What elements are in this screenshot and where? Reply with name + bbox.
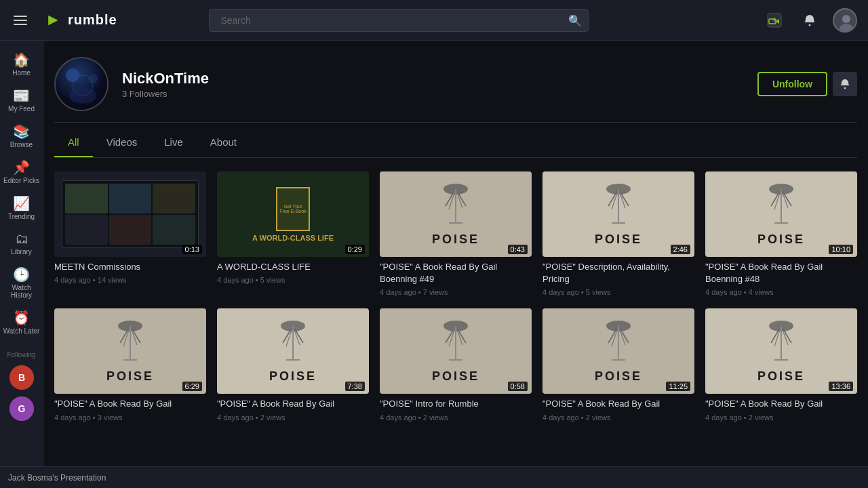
layout: 🏠 Home 📰 My Feed 📚 Browse 📌 Editor Picks… — [0, 41, 868, 488]
main-content: NickOnTime 3 Followers Unfollow All Vide… — [43, 41, 868, 488]
video-duration: 2:46 — [671, 245, 690, 254]
trending-icon: 📈 — [13, 195, 30, 211]
bell-icon-channel — [840, 79, 850, 89]
video-duration: 0:13 — [182, 245, 202, 254]
video-duration: 0:29 — [345, 245, 365, 254]
channel-avatar-image — [56, 58, 108, 111]
tabs: All Videos Live About — [54, 128, 857, 158]
video-title: "POISE" A Book Read By Gail — [54, 398, 206, 410]
following-avatar-1[interactable]: B — [9, 365, 34, 390]
bell-icon — [803, 14, 816, 27]
svg-text:G: G — [18, 403, 25, 414]
svg-text:B: B — [18, 372, 24, 383]
sidebar-item-watchlater[interactable]: ⏰ Watch Later — [0, 304, 43, 340]
search-input[interactable] — [209, 9, 589, 32]
video-info: 4 days ago • 14 views — [54, 276, 206, 284]
video-info: 4 days ago • 2 views — [380, 413, 532, 422]
video-title: "POISE" A Book Read By Gail Boenning #49 — [380, 261, 532, 285]
video-duration: 6:29 — [182, 382, 202, 391]
channel-avatar — [54, 57, 108, 111]
sidebar-item-library[interactable]: 🗂 Library — [0, 226, 43, 261]
video-info: 4 days ago • 2 views — [542, 413, 694, 422]
svg-point-6 — [808, 24, 810, 26]
user-avatar-icon — [834, 9, 857, 33]
video-duration: 10:10 — [829, 245, 853, 254]
watchlater-icon: ⏰ — [13, 310, 30, 326]
video-title: "POISE" A Book Read By Gail — [542, 398, 694, 410]
video-title: MEETN Commissions — [54, 261, 206, 273]
tab-about[interactable]: About — [197, 128, 250, 157]
channel-avatar-inner — [56, 58, 107, 110]
topbar: rumble 🔍 + — [0, 0, 868, 41]
sidebar: 🏠 Home 📰 My Feed 📚 Browse 📌 Editor Picks… — [0, 41, 43, 488]
video-card[interactable]: POISE 7:38"POISE" A Book Read By Gail4 d… — [217, 308, 369, 422]
channel-header: NickOnTime 3 Followers Unfollow — [54, 41, 857, 123]
video-info: 4 days ago • 4 views — [705, 288, 857, 296]
notifications-button[interactable] — [797, 8, 822, 33]
video-title: "POISE" A Book Read By Gail Boenning #48 — [705, 261, 857, 285]
sidebar-following: Following B G — [0, 346, 43, 429]
video-info: 4 days ago • 7 views — [380, 288, 532, 296]
video-card[interactable]: POISE 0:43"POISE" A Book Read By Gail Bo… — [380, 171, 532, 298]
video-title: "POISE" A Book Read By Gail — [705, 398, 857, 410]
svg-point-19 — [844, 87, 846, 89]
svg-point-8 — [842, 15, 850, 23]
editorpicks-icon: 📌 — [13, 159, 30, 176]
browse-icon: 📚 — [13, 123, 30, 140]
svg-point-16 — [88, 74, 98, 83]
channel-bell-button[interactable] — [833, 72, 857, 96]
video-title: "POISE" A Book Read By Gail — [217, 398, 369, 410]
hamburger-menu[interactable] — [11, 13, 30, 28]
video-info: 4 days ago • 3 views — [54, 413, 206, 422]
search-button[interactable]: 🔍 — [568, 14, 582, 26]
video-duration: 13:36 — [829, 382, 853, 391]
topbar-right: + — [762, 8, 857, 33]
channel-info: NickOnTime 3 Followers — [122, 70, 744, 99]
video-duration: 11:25 — [666, 382, 690, 391]
tab-live[interactable]: Live — [151, 128, 197, 157]
watchhistory-icon: 🕒 — [13, 266, 30, 283]
video-card[interactable]: Get Your Free E-Book A WORLD-CLASS LIFE … — [217, 171, 369, 298]
video-card[interactable]: POISE 0:58"POISE" Intro for Rumble4 days… — [380, 308, 532, 422]
sidebar-item-trending[interactable]: 📈 Trending — [0, 190, 43, 226]
sidebar-item-editorpicks[interactable]: 📌 Editor Picks — [0, 154, 43, 190]
video-card[interactable]: 0:13MEETN Commissions4 days ago • 14 vie… — [54, 171, 206, 298]
video-info: 4 days ago • 5 views — [542, 288, 694, 296]
logo[interactable]: rumble — [41, 9, 117, 31]
user-avatar[interactable] — [833, 8, 857, 33]
video-duration: 0:58 — [508, 382, 528, 391]
sidebar-item-watchhistory[interactable]: 🕒 Watch History — [0, 261, 43, 304]
video-info: 4 days ago • 5 views — [217, 276, 369, 284]
video-card[interactable]: POISE 2:46"POISE" Description, Availabil… — [542, 171, 694, 298]
tab-all[interactable]: All — [54, 128, 93, 157]
upload-icon: + — [767, 13, 782, 28]
sidebar-item-browse[interactable]: 📚 Browse — [0, 118, 43, 154]
video-card[interactable]: POISE 6:29"POISE" A Book Read By Gail4 d… — [54, 308, 206, 422]
video-duration: 7:38 — [345, 382, 365, 391]
video-info: 4 days ago • 2 views — [705, 413, 857, 422]
video-title: "POISE" Description, Availability, Prici… — [542, 261, 694, 285]
search-bar: 🔍 — [209, 9, 589, 32]
bottom-bar: Jack Bosma's Presentation — [0, 466, 868, 488]
channel-actions: Unfollow — [757, 72, 857, 96]
myfeed-icon: 📰 — [13, 87, 30, 104]
rumble-logo-icon — [41, 9, 62, 31]
video-card[interactable]: POISE 11:25"POISE" A Book Read By Gail4 … — [542, 308, 694, 422]
video-title: "POISE" Intro for Rumble — [380, 398, 532, 410]
sidebar-item-myfeed[interactable]: 📰 My Feed — [0, 82, 43, 118]
video-card[interactable]: POISE 13:36"POISE" A Book Read By Gail4 … — [705, 308, 857, 422]
svg-point-15 — [66, 68, 79, 82]
upload-button[interactable]: + — [762, 8, 787, 33]
library-icon: 🗂 — [15, 231, 28, 247]
tab-videos[interactable]: Videos — [93, 128, 151, 157]
logo-text: rumble — [68, 12, 117, 28]
home-icon: 🏠 — [13, 52, 30, 68]
sidebar-item-home[interactable]: 🏠 Home — [0, 46, 43, 82]
video-card[interactable]: POISE 10:10"POISE" A Book Read By Gail B… — [705, 171, 857, 298]
video-info: 4 days ago • 2 views — [217, 413, 369, 422]
channel-followers: 3 Followers — [122, 89, 744, 99]
following-avatar-2[interactable]: G — [9, 396, 34, 421]
video-grid: 0:13MEETN Commissions4 days ago • 14 vie… — [54, 171, 857, 423]
channel-name: NickOnTime — [122, 70, 744, 87]
unfollow-button[interactable]: Unfollow — [757, 72, 827, 96]
